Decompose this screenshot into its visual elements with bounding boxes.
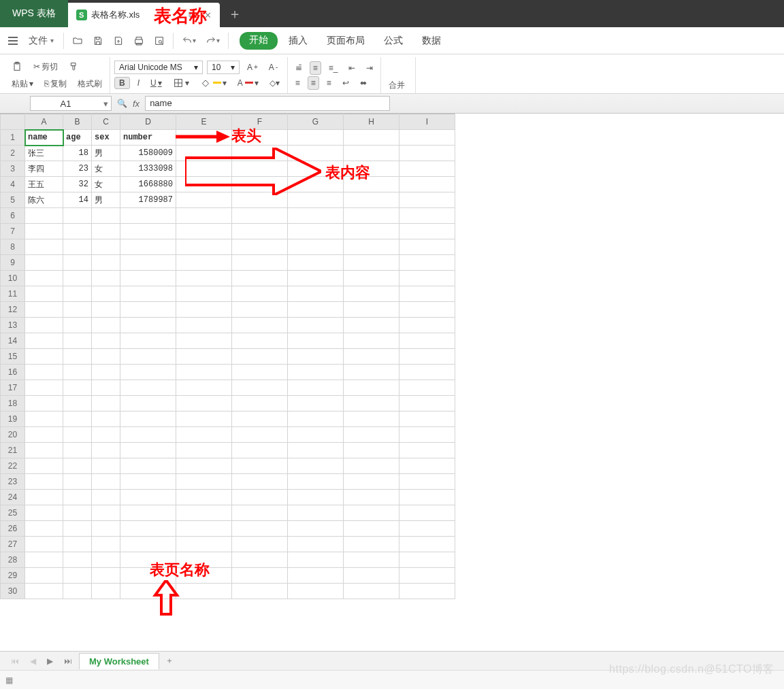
cell[interactable]: 32	[63, 177, 92, 192]
ribbon-tab-3[interactable]: 公式	[376, 32, 411, 50]
column-header[interactable]: F	[232, 114, 288, 130]
cell[interactable]	[92, 302, 120, 318]
cell[interactable]	[63, 584, 92, 599]
cell[interactable]	[344, 537, 399, 552]
cell[interactable]	[344, 584, 399, 599]
wrap-text-icon[interactable]: ↩	[339, 76, 353, 90]
cell[interactable]	[288, 443, 344, 458]
cell[interactable]	[288, 271, 344, 286]
cell[interactable]	[92, 333, 120, 349]
row-header[interactable]: 8	[1, 239, 25, 255]
cell[interactable]	[176, 443, 232, 458]
cell[interactable]	[92, 380, 120, 396]
cell[interactable]	[92, 411, 120, 427]
cell[interactable]	[120, 396, 176, 411]
column-header[interactable]: I	[399, 114, 455, 130]
align-right-icon[interactable]: ≡	[323, 76, 335, 90]
cell[interactable]	[25, 318, 63, 333]
cell[interactable]: 14	[63, 192, 92, 208]
cell[interactable]	[399, 474, 455, 490]
increase-font-icon[interactable]: A+	[244, 61, 261, 74]
cell[interactable]	[288, 474, 344, 490]
cell[interactable]	[288, 521, 344, 537]
cell[interactable]	[288, 130, 344, 146]
cell[interactable]: 18	[63, 146, 92, 161]
print-preview-icon[interactable]	[150, 33, 169, 49]
cell[interactable]	[344, 333, 399, 349]
undo-icon[interactable]: ▾	[178, 33, 200, 49]
cell[interactable]	[176, 427, 232, 443]
cell[interactable]	[63, 255, 92, 271]
cell[interactable]	[176, 192, 232, 208]
cell[interactable]	[288, 411, 344, 427]
cell[interactable]	[288, 192, 344, 208]
cell[interactable]	[232, 365, 288, 380]
worksheet-grid[interactable]: ABCDEFGHI1nameagesexnumber2张三18男15800093…	[0, 114, 784, 637]
cell[interactable]	[120, 380, 176, 396]
cell[interactable]: sex	[92, 130, 120, 146]
cell[interactable]	[92, 521, 120, 537]
cell[interactable]	[176, 146, 232, 161]
cell[interactable]	[176, 396, 232, 411]
align-left-icon[interactable]: ≡	[292, 76, 304, 90]
file-tab[interactable]: S 表格名称.xls ⧉ ✕	[68, 3, 220, 27]
cell[interactable]	[120, 365, 176, 380]
cell[interactable]	[232, 192, 288, 208]
font-name-select[interactable]: Arial Unicode MS▾	[114, 61, 203, 74]
cell[interactable]	[399, 552, 455, 568]
cell[interactable]	[92, 318, 120, 333]
cell[interactable]	[176, 161, 232, 177]
cell[interactable]	[232, 146, 288, 161]
cell[interactable]	[232, 130, 288, 146]
cell[interactable]	[399, 146, 455, 161]
cell[interactable]	[120, 568, 176, 584]
align-bottom-icon[interactable]: ≡_	[325, 61, 342, 75]
row-header[interactable]: 14	[1, 333, 25, 349]
cell[interactable]	[399, 584, 455, 599]
cell[interactable]	[399, 271, 455, 286]
zoom-icon[interactable]: 🔍	[117, 99, 127, 108]
cell[interactable]	[25, 239, 63, 255]
file-menu[interactable]: 文件 ▾	[23, 32, 59, 50]
row-header[interactable]: 23	[1, 474, 25, 490]
cell[interactable]	[344, 552, 399, 568]
cell[interactable]	[288, 396, 344, 411]
cell[interactable]	[288, 224, 344, 239]
cell[interactable]	[25, 552, 63, 568]
format-painter-button[interactable]: 格式刷	[74, 76, 105, 92]
cell[interactable]	[344, 318, 399, 333]
cell[interactable]	[344, 192, 399, 208]
cell[interactable]	[92, 568, 120, 584]
cell[interactable]	[176, 208, 232, 224]
cell[interactable]	[232, 584, 288, 599]
cell[interactable]	[120, 584, 176, 599]
cell[interactable]: 王五	[25, 177, 63, 192]
cell[interactable]	[288, 380, 344, 396]
cell[interactable]	[25, 427, 63, 443]
cell[interactable]	[232, 568, 288, 584]
cell[interactable]: 男	[92, 146, 120, 161]
cell[interactable]	[344, 271, 399, 286]
sheet-tab[interactable]: My Worksheet	[79, 653, 159, 669]
clear-format-button[interactable]: ◇▾	[266, 76, 283, 90]
cell[interactable]	[92, 396, 120, 411]
cell[interactable]	[92, 458, 120, 474]
cell[interactable]	[344, 474, 399, 490]
cell[interactable]	[176, 286, 232, 302]
cell[interactable]	[399, 537, 455, 552]
save-icon[interactable]	[88, 33, 108, 49]
cell[interactable]	[25, 255, 63, 271]
paste-icon[interactable]	[8, 59, 26, 74]
ribbon-tab-4[interactable]: 数据	[414, 32, 449, 50]
cell[interactable]	[288, 349, 344, 365]
cell[interactable]	[92, 474, 120, 490]
copy-button[interactable]: ⎘ 复制	[41, 76, 70, 92]
cell[interactable]	[232, 458, 288, 474]
indent-decrease-icon[interactable]: ⇤	[345, 61, 359, 75]
cell[interactable]	[25, 568, 63, 584]
cell[interactable]	[25, 349, 63, 365]
cell[interactable]	[25, 271, 63, 286]
cell[interactable]	[63, 380, 92, 396]
cell[interactable]	[232, 161, 288, 177]
cell[interactable]	[399, 255, 455, 271]
